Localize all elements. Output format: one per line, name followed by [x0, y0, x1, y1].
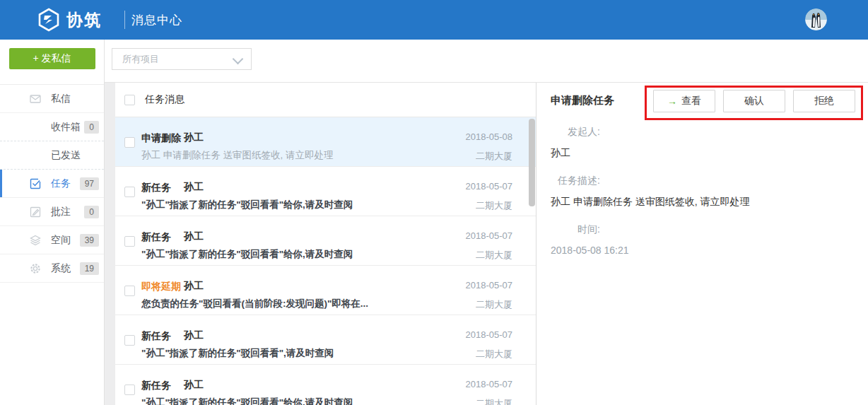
detail-field-label: 发起人:	[551, 126, 600, 139]
task-icon	[30, 178, 41, 189]
message-date: 2018-05-07	[466, 280, 513, 290]
select-all-checkbox[interactable]	[124, 95, 135, 105]
sidebar-item-label: 任务	[51, 177, 71, 190]
message-row[interactable]: 新任务孙工"孙工"指派了新的任务"驳回看看",请及时查阅2018-05-07二期…	[115, 315, 536, 365]
message-sender: 孙工	[184, 131, 204, 144]
message-summary: 您负责的任务"驳回看看(当前阶段:发现问题)"即将在...	[141, 298, 452, 310]
message-project: 二期大厦	[476, 397, 512, 405]
project-filter-select[interactable]: 所有项目	[112, 48, 252, 70]
user-avatar[interactable]	[805, 8, 827, 30]
view-button-label: 查看	[681, 95, 701, 107]
reject-button[interactable]: 拒绝	[793, 90, 855, 112]
toolbar: 所有项目	[105, 40, 868, 83]
sidebar-item-label: 收件箱	[51, 121, 81, 134]
main-content: 任务消息 申请删除孙工孙工 申请删除任务 送审图纸签收, 请立即处理2018-0…	[105, 83, 868, 405]
app-root: 协筑 消息中心 + 发私信 私信收	[0, 0, 868, 405]
message-date: 2018-05-07	[466, 230, 513, 241]
detail-field: 任务描述:孙工 申请删除任务 送审图纸签收, 请立即处理	[551, 175, 868, 209]
page-title: 消息中心	[131, 12, 182, 28]
message-date: 2018-05-08	[466, 131, 513, 142]
message-row[interactable]: 新任务孙工"孙工"指派了新的任务"驳回看看"给你,请及时查阅2018-05-07…	[115, 167, 536, 216]
message-type-label: 新任务	[141, 231, 171, 242]
list-header: 任务消息	[115, 83, 536, 117]
sidebar: + 发私信 私信收件箱0已发送任务97批注0空间39系统19	[0, 40, 105, 405]
row-checkbox[interactable]	[124, 236, 135, 247]
sidebar-item-label: 批注	[51, 206, 71, 218]
message-title: 新任务孙工	[141, 329, 171, 341]
message-row[interactable]: 新任务孙工"孙工"指派了新的任务"驳回看看"给你,请及时查阅2018-05-07…	[115, 365, 536, 405]
message-date: 2018-05-07	[466, 181, 513, 192]
message-sender: 孙工	[184, 230, 204, 243]
list-title: 任务消息	[145, 93, 184, 106]
message-row[interactable]: 即将延期孙工您负责的任务"驳回看看(当前阶段:发现问题)"即将在...2018-…	[115, 266, 536, 315]
brand-logo-icon	[37, 8, 61, 32]
detail-action-buttons: →查看确认拒绝	[645, 90, 855, 112]
message-row[interactable]: 新任务孙工"孙工"指派了新的任务"驳回看看"给你,请及时查阅2018-05-07…	[115, 216, 536, 266]
message-summary: 孙工 申请删除任务 送审图纸签收, 请立即处理	[141, 149, 452, 162]
message-summary: "孙工"指派了新的任务"驳回看看"给你,请及时查阅	[141, 199, 452, 211]
message-title: 即将延期孙工	[141, 280, 181, 292]
mail-icon	[30, 93, 41, 105]
unread-count-badge: 0	[84, 121, 99, 134]
row-checkbox[interactable]	[124, 187, 135, 197]
message-list-panel: 任务消息 申请删除孙工孙工 申请删除任务 送审图纸签收, 请立即处理2018-0…	[115, 83, 536, 405]
gear-icon	[30, 263, 41, 274]
sidebar-item-system[interactable]: 系统19	[0, 254, 104, 283]
message-type-label: 新任务	[141, 380, 171, 391]
message-project: 二期大厦	[476, 199, 512, 212]
row-checkbox[interactable]	[124, 385, 135, 395]
message-type-label: 申请删除	[141, 132, 181, 143]
sidebar-item-space[interactable]: 空间39	[0, 226, 104, 254]
chevron-down-icon	[233, 54, 244, 65]
detail-field-label: 时间:	[551, 223, 600, 236]
message-sender: 孙工	[184, 280, 204, 293]
message-title: 新任务孙工	[141, 379, 171, 391]
brand-logo[interactable]: 协筑	[37, 8, 102, 32]
confirm-button[interactable]: 确认	[723, 90, 785, 112]
message-sender: 孙工	[184, 329, 204, 342]
message-title: 新任务孙工	[141, 230, 171, 242]
sidebar-item-label: 空间	[51, 234, 71, 247]
message-type-label: 新任务	[141, 330, 171, 341]
message-project: 二期大厦	[476, 249, 512, 262]
message-row[interactable]: 申请删除孙工孙工 申请删除任务 送审图纸签收, 请立即处理2018-05-08二…	[115, 117, 536, 167]
message-type-label: 即将延期	[141, 281, 181, 292]
header-divider	[124, 11, 125, 29]
compose-private-message-button[interactable]: + 发私信	[9, 48, 95, 69]
message-rows: 申请删除孙工孙工 申请删除任务 送审图纸签收, 请立即处理2018-05-08二…	[115, 117, 536, 405]
view-button[interactable]: →查看	[653, 90, 715, 112]
app-header: 协筑 消息中心	[0, 0, 868, 40]
unread-count-badge: 19	[80, 262, 99, 275]
row-checkbox[interactable]	[124, 335, 135, 346]
confirm-button-label: 确认	[744, 95, 764, 107]
message-project: 二期大厦	[476, 298, 512, 311]
row-checkbox[interactable]	[124, 286, 135, 296]
message-type-label: 新任务	[141, 182, 171, 193]
sidebar-icon-spacer	[30, 122, 41, 133]
brand-name: 协筑	[66, 9, 102, 31]
sidebar-item-annotations[interactable]: 批注0	[0, 198, 104, 226]
message-sender: 孙工	[184, 181, 204, 194]
reject-button-label: 拒绝	[814, 95, 834, 107]
sidebar-item-sent[interactable]: 已发送	[0, 141, 104, 170]
message-project: 二期大厦	[476, 348, 512, 360]
list-scrollbar-thumb[interactable]	[529, 119, 535, 206]
detail-fields: 发起人:孙工任务描述:孙工 申请删除任务 送审图纸签收, 请立即处理时间:201…	[551, 126, 868, 256]
sidebar-item-tasks[interactable]: 任务97	[0, 170, 104, 198]
sidebar-item-private-message[interactable]: 私信	[0, 85, 104, 113]
project-filter-value: 所有项目	[122, 53, 159, 66]
sidebar-item-label: 已发送	[51, 149, 81, 162]
unread-count-badge: 97	[80, 177, 99, 190]
edit-icon	[30, 206, 41, 218]
message-summary: "孙工"指派了新的任务"驳回看看"给你,请及时查阅	[141, 397, 452, 405]
arrow-right-icon: →	[667, 95, 677, 107]
compose-section: + 发私信	[0, 40, 104, 85]
row-checkbox[interactable]	[124, 137, 135, 148]
sidebar-item-inbox[interactable]: 收件箱0	[0, 113, 104, 141]
detail-field-value: 孙工 申请删除任务 送审图纸签收, 请立即处理	[551, 196, 868, 209]
message-title: 申请删除孙工	[141, 131, 181, 143]
message-date: 2018-05-07	[466, 379, 513, 389]
unread-count-badge: 0	[84, 206, 99, 218]
detail-field-label: 任务描述:	[551, 175, 600, 187]
message-date: 2018-05-07	[466, 329, 513, 340]
